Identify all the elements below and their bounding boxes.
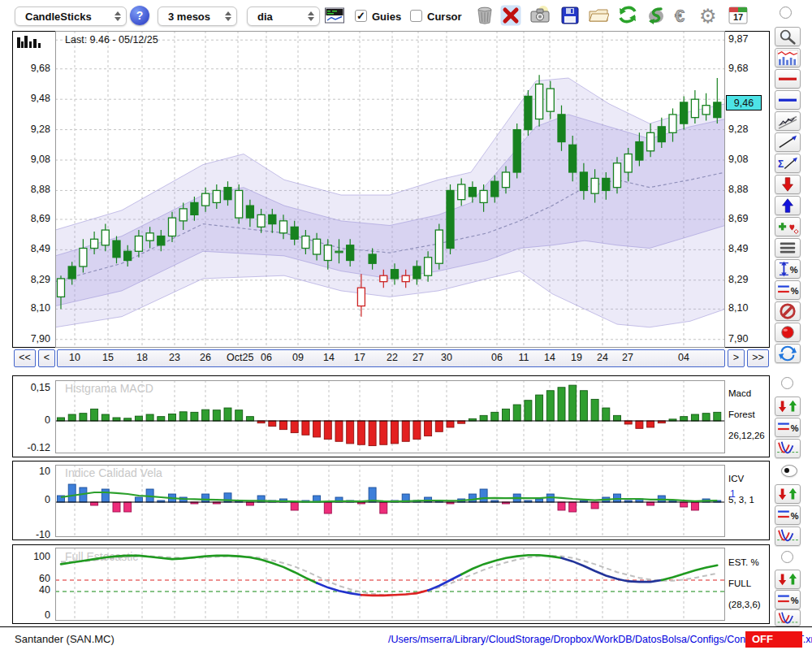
cursor-checkbox-label: Cursor — [427, 11, 462, 23]
guies-checkbox-label: Guies — [372, 11, 401, 23]
toolbar: CandleSticks ? 3 mesos dia ✓ Guies Curso… — [0, 0, 812, 31]
range-percent-button[interactable]: % — [775, 259, 801, 279]
cursor-checkbox[interactable] — [410, 10, 422, 22]
date-tick-label: 14 — [538, 352, 561, 363]
chart-config-icon[interactable] — [325, 7, 346, 28]
date-tick-label: 30 — [435, 352, 458, 363]
delete-x-icon[interactable] — [500, 5, 521, 26]
stoch-axis-label: 40 — [19, 584, 50, 596]
price-label-right: 7,90 — [728, 333, 762, 344]
macd-axis-label: -0.12 — [19, 442, 50, 453]
price-label-left: 8,69 — [19, 213, 50, 224]
svg-text:€: € — [675, 6, 685, 26]
price-label-right: 8,88 — [728, 184, 762, 195]
help-button[interactable]: ? — [130, 6, 149, 25]
snapshot-camera-icon[interactable] — [529, 5, 551, 26]
date-tick-label: 27 — [616, 352, 639, 363]
chart-type-select[interactable]: CandleSticks — [15, 6, 127, 26]
channel-tool-button[interactable] — [775, 111, 801, 131]
nav-prev-button[interactable]: < — [38, 349, 55, 367]
icv-current-value: 1 — [730, 488, 736, 500]
stoch-lines-percent-button[interactable]: % — [775, 590, 801, 609]
zoom-tool-button[interactable] — [775, 27, 801, 46]
date-tick-label: 15 — [97, 352, 119, 363]
svg-text:%: % — [791, 286, 799, 296]
icv-chart[interactable] — [55, 465, 725, 537]
price-label-left: 9,48 — [19, 93, 50, 104]
refresh-icon[interactable] — [617, 5, 638, 26]
last-price-label: Last: 9.46 - 05/12/25 — [65, 34, 158, 46]
icv-lines-percent-button[interactable]: % — [775, 505, 801, 525]
macd-axis-label: 0,15 — [19, 382, 50, 393]
chart-thumbnail-button[interactable] — [775, 48, 801, 67]
chart-type-value: CandleSticks — [25, 11, 92, 23]
icv-arrows-button[interactable] — [775, 484, 801, 504]
price-label-left: 8,29 — [19, 274, 50, 285]
macd-histogram-chart[interactable] — [55, 380, 725, 453]
nav-next-button[interactable]: > — [728, 349, 745, 367]
svg-text:%: % — [790, 265, 798, 275]
current-price-tag: 9,46 — [726, 95, 762, 110]
trash-icon[interactable] — [474, 5, 495, 26]
svg-text:Σ: Σ — [778, 158, 784, 170]
macd-params-label: Macd Forest 26,12,26 — [728, 378, 765, 441]
blue-hline-tool-button[interactable] — [775, 90, 801, 110]
date-tick-label: 26 — [194, 352, 217, 363]
date-tick-label: 27 — [407, 352, 430, 363]
panel-radio-macd[interactable] — [781, 377, 793, 389]
svg-text:⚙: ⚙ — [699, 5, 717, 26]
save-floppy-icon[interactable] — [559, 5, 581, 26]
record-button[interactable] — [775, 323, 801, 342]
off-status-badge[interactable]: OFF — [745, 631, 802, 648]
panel-radio-icv[interactable] — [781, 465, 797, 477]
price-label-left: 9,28 — [19, 124, 50, 135]
mark-up-button[interactable] — [775, 196, 801, 215]
date-tick-label: 24 — [591, 352, 614, 363]
guies-checkbox[interactable]: ✓ — [355, 10, 367, 22]
price-label-left: 9,08 — [19, 154, 50, 165]
calendar-day-label: 17 — [728, 12, 749, 22]
date-tick-label: 06 — [255, 352, 278, 363]
euro-icon[interactable]: € — [672, 5, 693, 26]
list-button[interactable] — [775, 238, 801, 258]
red-hline-tool-button[interactable] — [775, 69, 801, 89]
candlestick-chart[interactable] — [55, 31, 725, 348]
svg-text:%: % — [791, 511, 799, 521]
nav-last-button[interactable]: >> — [747, 349, 769, 367]
stoch-curve-button[interactable] — [775, 609, 801, 626]
sigma-trendline-button[interactable]: Σ — [775, 154, 801, 173]
icv-axis-label: -10 — [19, 529, 50, 540]
select-chevrons-icon — [308, 11, 314, 21]
trendline-tool-button[interactable] — [775, 132, 801, 152]
gear-icon[interactable]: ⚙ — [699, 5, 720, 26]
icv-curve-button[interactable] — [775, 526, 801, 546]
main-panel-radio[interactable] — [780, 6, 792, 19]
price-label-left: 8,49 — [19, 243, 50, 254]
stoch-arrows-button[interactable] — [775, 570, 801, 589]
interval-select[interactable]: dia — [247, 6, 320, 26]
panel-radio-stoch[interactable] — [781, 551, 793, 563]
add-signal-button[interactable] — [775, 217, 801, 236]
date-tick-label: 06 — [486, 352, 508, 363]
lines-percent-button[interactable]: % — [775, 280, 801, 300]
stochastic-chart[interactable] — [55, 548, 725, 621]
period-select[interactable]: 3 mesos — [158, 6, 237, 26]
date-tick-label: 04 — [672, 352, 695, 363]
nav-first-button[interactable]: << — [14, 349, 36, 367]
price-label-right: 9,68 — [728, 63, 762, 74]
price-label-right: 9,87 — [728, 33, 762, 45]
macd-lines-percent-button[interactable]: % — [775, 418, 801, 437]
price-label-right: 8,29 — [728, 274, 762, 285]
macd-axis-label: 0 — [19, 414, 50, 426]
mark-down-button[interactable] — [775, 175, 801, 194]
open-folder-icon[interactable] — [588, 5, 609, 26]
stoch-params-label: EST. % FULL (28,3,6) — [728, 547, 761, 610]
macd-curve-button[interactable] — [775, 439, 801, 458]
calendar-icon[interactable]: 17 — [728, 5, 749, 26]
svg-text:%: % — [791, 596, 799, 605]
sync-button[interactable] — [775, 344, 801, 363]
macd-arrows-button[interactable] — [775, 396, 801, 416]
disable-button[interactable] — [775, 301, 801, 321]
price-label-right: 9,28 — [728, 124, 762, 135]
undo-s-arrow-icon[interactable] — [646, 5, 667, 26]
